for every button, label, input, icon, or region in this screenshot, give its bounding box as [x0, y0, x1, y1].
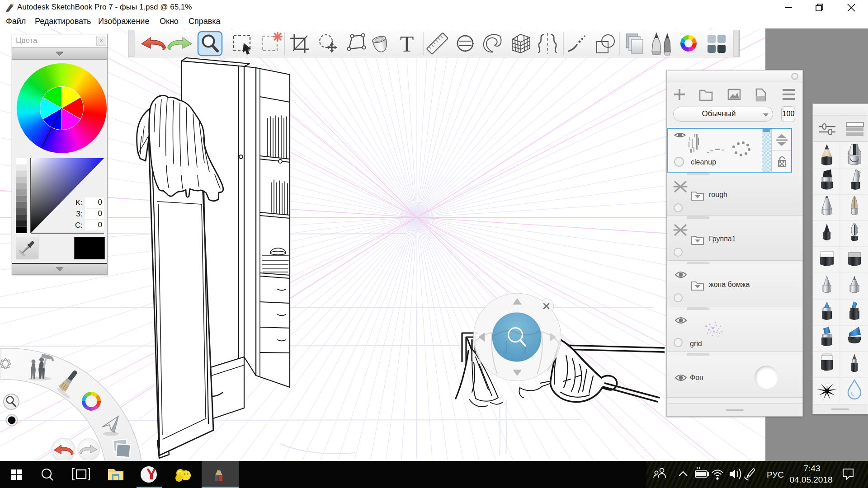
- svg-text:7:43: 7:43: [804, 464, 821, 473]
- svg-text:cleanup: cleanup: [691, 158, 716, 166]
- svg-text:04.05.2018: 04.05.2018: [789, 475, 832, 484]
- svg-text:T: T: [400, 31, 414, 56]
- svg-text:РУС: РУС: [767, 470, 784, 479]
